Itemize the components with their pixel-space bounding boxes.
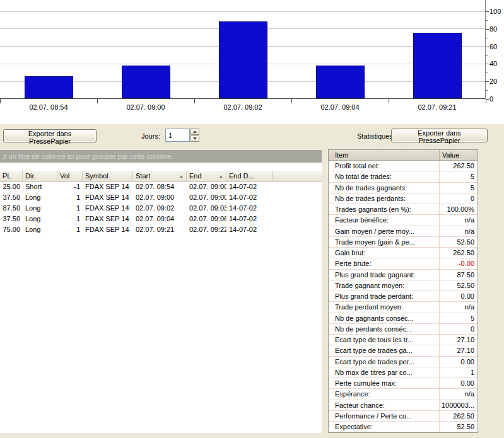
stat-value: 100.00% bbox=[440, 204, 478, 214]
x-axis-label: 02.07. 09:00 bbox=[97, 103, 194, 112]
stats-row[interactable]: Performance / Perte cu...262.50 bbox=[329, 411, 478, 422]
trade-cell: 75.00 bbox=[0, 224, 23, 235]
stats-row[interactable]: Trades gagnants (en %):100.00% bbox=[329, 204, 478, 215]
trade-cell: FDAX SEP 14 bbox=[83, 203, 133, 214]
trade-cell: 14-07-02 bbox=[226, 214, 273, 224]
stats-row[interactable]: Nb de trades gagnants:5 bbox=[329, 183, 478, 193]
stat-value: 87.50 bbox=[440, 270, 478, 280]
stats-body: Profit total net:262.50Nb total de trade… bbox=[329, 161, 478, 432]
y-tick-minor bbox=[486, 55, 488, 56]
trade-row[interactable]: 75.00Long1FDAX SEP 1402.07. 09:2102.07. … bbox=[0, 224, 322, 235]
stats-row[interactable]: Nb de perdants conséc...0 bbox=[329, 324, 478, 335]
stat-item-label: Nb total de trades: bbox=[329, 171, 440, 182]
column-header-start[interactable]: Start▲ bbox=[133, 171, 187, 181]
stats-row[interactable]: Ecart type de trades per...0.00 bbox=[329, 357, 478, 367]
trade-row[interactable]: 25.00Short-1FDAX SEP 1402.07. 08:5402.07… bbox=[0, 182, 322, 192]
stats-row[interactable]: Expectative:52.50 bbox=[329, 422, 478, 432]
y-tick bbox=[486, 47, 489, 47]
export-clipboard-button[interactable]: Exporter dans PressePapier bbox=[3, 129, 97, 142]
stats-row[interactable]: Trade gagnant moyen:52.50 bbox=[329, 280, 478, 291]
chart-bar bbox=[413, 33, 462, 98]
stats-row[interactable]: Facteur chance:1000003... bbox=[329, 400, 478, 411]
statistiques-label: Statistiques: bbox=[357, 132, 395, 141]
stats-row[interactable]: Nb total de trades:5 bbox=[329, 171, 478, 182]
column-header-label: End bbox=[189, 172, 202, 180]
stats-row[interactable]: Ecart type de trades ga...27.10 bbox=[329, 345, 478, 356]
stat-value: 5 bbox=[440, 313, 478, 323]
stats-row[interactable]: Gain moyen / perte moy...n/a bbox=[329, 226, 478, 237]
stat-item-label: Trade moyen (gain & pe... bbox=[329, 237, 440, 247]
stats-row[interactable]: Perte brute:-0.00 bbox=[329, 258, 478, 269]
stat-item-label: Trades gagnants (en %): bbox=[329, 204, 440, 214]
export-stats-clipboard-button[interactable]: Exporter dans PressePapier bbox=[391, 129, 488, 142]
stats-row[interactable]: Nb max de titres par co...1 bbox=[329, 367, 478, 378]
trades-header: PLDir.VolSymbolStart▲End▲End D... bbox=[0, 170, 322, 182]
stats-row[interactable]: Profit total net:262.50 bbox=[329, 161, 478, 171]
y-tick-minor bbox=[486, 72, 488, 73]
stat-item-label: Perte cumulée max: bbox=[329, 378, 440, 388]
trade-row[interactable]: 87.50Long1FDAX SEP 1402.07. 09:0202.07. … bbox=[0, 203, 322, 214]
column-header-pl[interactable]: PL bbox=[0, 171, 23, 181]
stat-item-label: Nb max de titres par co... bbox=[329, 367, 440, 377]
column-header-endd[interactable]: End D... bbox=[226, 171, 273, 181]
jours-input[interactable] bbox=[165, 129, 190, 142]
stat-item-label: Ecart type de tous les tr... bbox=[329, 335, 440, 345]
spinner-up-button[interactable] bbox=[190, 129, 199, 135]
trade-cell: 02.07. 09:00 bbox=[187, 182, 226, 192]
column-header-vol[interactable]: Vol bbox=[57, 171, 83, 181]
chart-bar bbox=[219, 21, 267, 98]
stats-row[interactable]: Trade perdant moyen:n/a bbox=[329, 302, 478, 313]
trade-cell: Long bbox=[23, 203, 57, 214]
stat-value: n/a bbox=[440, 389, 478, 399]
column-header-end[interactable]: End▲ bbox=[187, 171, 226, 181]
stats-row[interactable]: Plus grand trade perdant:0.00 bbox=[329, 291, 478, 302]
column-header-label: PL bbox=[3, 172, 11, 180]
trade-cell: 14-07-02 bbox=[226, 224, 273, 235]
stats-row[interactable]: Gain brut:262.50 bbox=[329, 248, 478, 258]
trade-cell: 02.07. 09:00 bbox=[187, 192, 226, 203]
stat-value: 27.10 bbox=[440, 345, 478, 355]
stats-row[interactable]: Nb de trades perdants:0 bbox=[329, 193, 478, 204]
stats-row[interactable]: Espérance:n/a bbox=[329, 389, 478, 400]
chart-bar bbox=[25, 76, 73, 98]
spinner-down-button[interactable] bbox=[190, 135, 199, 142]
column-header-dir[interactable]: Dir. bbox=[23, 171, 57, 181]
column-header-label: Dir. bbox=[25, 172, 36, 180]
plot-area bbox=[0, 0, 486, 99]
stats-column-item[interactable]: Item bbox=[329, 150, 440, 160]
sort-asc-icon: ▲ bbox=[217, 174, 223, 178]
pl-chart: 02040608010002.07. 08:5402.07. 09:0002.0… bbox=[0, 0, 504, 124]
stats-row[interactable]: Facteur bénéfice:n/a bbox=[329, 215, 478, 226]
stat-item-label: Perte brute: bbox=[329, 258, 440, 268]
trade-row[interactable]: 37.50Long1FDAX SEP 1402.07. 09:0002.07. … bbox=[0, 192, 322, 203]
trade-row[interactable]: 37.50Long1FDAX SEP 1402.07. 09:0402.07. … bbox=[0, 214, 322, 224]
stat-item-label: Nb de perdants conséc... bbox=[329, 324, 440, 334]
trade-cell: 14-07-02 bbox=[226, 182, 273, 192]
stat-value: 5 bbox=[440, 171, 478, 182]
stats-column-value[interactable]: Value bbox=[440, 150, 478, 160]
x-axis-label: 02.07. 09:21 bbox=[389, 103, 486, 112]
trade-cell: Short bbox=[23, 182, 57, 192]
trade-cell: 14-07-02 bbox=[226, 203, 273, 214]
y-tick bbox=[486, 64, 489, 64]
column-header-symbol[interactable]: Symbol bbox=[83, 171, 133, 181]
stat-item-label: Plus grand trade perdant: bbox=[329, 291, 440, 301]
group-by-bar[interactable]: z un titre de colonne ici pour grouper p… bbox=[0, 150, 322, 163]
trade-cell: 1 bbox=[57, 192, 83, 203]
jours-spinner bbox=[165, 129, 199, 142]
trade-cell: 02.07. 09:00 bbox=[133, 192, 187, 203]
stats-row[interactable]: Plus grand trade gagnant:87.50 bbox=[329, 270, 478, 280]
stats-row[interactable]: Nb de gagnants conséc...5 bbox=[329, 313, 478, 324]
y-tick bbox=[486, 29, 489, 30]
stats-row[interactable]: Perte cumulée max:0.00 bbox=[329, 378, 478, 389]
trades-panel: z un titre de colonne ici pour grouper p… bbox=[0, 150, 322, 433]
y-axis-label: 100 bbox=[489, 8, 504, 16]
column-header-filler bbox=[273, 171, 322, 181]
stat-item-label: Trade perdant moyen: bbox=[329, 302, 440, 312]
stat-item-label: Ecart type de trades ga... bbox=[329, 345, 440, 355]
stats-row[interactable]: Trade moyen (gain & pe...52.50 bbox=[329, 237, 478, 248]
stat-value: 0 bbox=[440, 193, 478, 204]
x-axis-label: 02.07. 09:02 bbox=[194, 103, 291, 112]
stats-row[interactable]: Ecart type de tous les tr...27.10 bbox=[329, 335, 478, 345]
trade-cell: 02.07. 09:02 bbox=[133, 203, 187, 214]
